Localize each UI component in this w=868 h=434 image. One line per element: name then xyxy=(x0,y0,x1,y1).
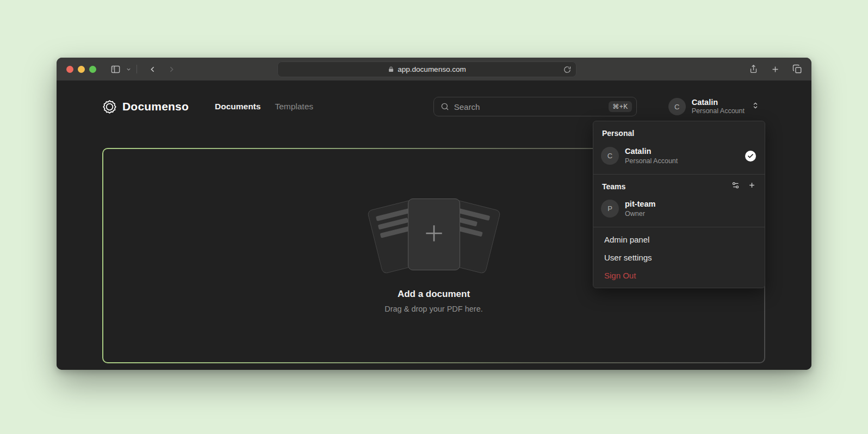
toolbar-divider xyxy=(137,65,137,73)
browser-toolbar: app.documenso.com xyxy=(57,58,811,80)
search-icon xyxy=(441,102,449,111)
close-window-button[interactable] xyxy=(66,66,73,73)
reload-icon xyxy=(563,66,571,73)
address-bar[interactable]: app.documenso.com xyxy=(277,61,576,77)
dropzone-title: Add a document xyxy=(398,289,470,300)
zoom-window-button[interactable] xyxy=(89,66,96,73)
chevrons-up-down-icon xyxy=(752,102,759,111)
personal-account-type: Personal Account xyxy=(625,157,678,165)
team-text: pit-team Owner xyxy=(625,199,655,218)
brand[interactable]: Documenso xyxy=(102,100,189,114)
address-url: app.documenso.com xyxy=(398,65,466,73)
menu-item-team[interactable]: P pit-team Owner xyxy=(593,195,765,224)
search-shortcut-badge: ⌘+K xyxy=(609,101,632,112)
back-button[interactable] xyxy=(148,65,157,74)
account-avatar: C xyxy=(668,98,686,115)
brand-name: Documenso xyxy=(122,100,189,113)
document-stack-illustration xyxy=(369,199,499,271)
menu-section-personal: Personal xyxy=(593,127,765,142)
sidebar-icon xyxy=(110,64,121,75)
chevron-left-icon xyxy=(148,65,157,74)
minimize-window-button[interactable] xyxy=(78,66,85,73)
personal-avatar: C xyxy=(601,147,619,165)
account-text: Catalin Personal Account xyxy=(692,97,745,116)
forward-button[interactable] xyxy=(167,65,176,74)
toolbar-right-actions xyxy=(749,64,802,74)
chevron-right-icon xyxy=(167,65,176,74)
account-name: Catalin xyxy=(692,97,745,107)
teams-label: Teams xyxy=(602,182,625,191)
menu-item-admin-panel[interactable]: Admin panel xyxy=(593,231,765,249)
add-document-card xyxy=(408,199,460,270)
manage-teams-button[interactable] xyxy=(731,181,740,191)
documenso-logo-icon xyxy=(102,100,117,114)
team-name: pit-team xyxy=(625,199,655,209)
dropzone-subtitle: Drag & drop your PDF here. xyxy=(385,305,483,313)
chevron-down-icon xyxy=(126,66,132,72)
nav-templates[interactable]: Templates xyxy=(275,102,313,111)
plus-icon xyxy=(771,65,780,74)
lock-icon xyxy=(388,66,394,73)
menu-item-personal-account[interactable]: C Catalin Personal Account xyxy=(593,142,765,171)
tab-overview-button[interactable] xyxy=(792,64,802,74)
menu-item-sign-out[interactable]: Sign Out xyxy=(593,266,765,284)
team-avatar: P xyxy=(601,200,619,218)
search-placeholder: Search xyxy=(454,102,480,111)
browser-window: app.documenso.com xyxy=(57,58,811,370)
menu-divider xyxy=(593,174,765,175)
team-role: Owner xyxy=(625,209,655,218)
personal-account-text: Catalin Personal Account xyxy=(625,146,678,165)
settings-sliders-icon xyxy=(731,181,740,189)
create-team-button[interactable] xyxy=(748,181,756,191)
personal-account-name: Catalin xyxy=(625,146,678,157)
sidebar-menu-chevron[interactable] xyxy=(126,66,132,72)
reload-button[interactable] xyxy=(563,66,571,73)
documenso-app: Documenso Documents Templates Search ⌘+K… xyxy=(57,80,811,370)
sidebar-toggle-button[interactable] xyxy=(110,64,121,75)
plus-icon xyxy=(422,221,446,247)
account-menu-button[interactable]: C Catalin Personal Account xyxy=(668,97,759,116)
teams-actions xyxy=(731,181,756,191)
plus-icon xyxy=(748,181,756,189)
tabs-icon xyxy=(792,64,802,74)
menu-divider xyxy=(593,227,765,227)
account-dropdown-menu: Personal C Catalin Personal Account Team… xyxy=(593,121,765,288)
traffic-lights xyxy=(66,66,96,73)
nav-documents[interactable]: Documents xyxy=(215,102,261,111)
new-tab-button[interactable] xyxy=(771,65,780,74)
account-type: Personal Account xyxy=(692,107,745,116)
share-icon xyxy=(749,64,758,74)
selected-check-icon xyxy=(745,151,756,162)
menu-section-teams: Teams xyxy=(593,178,765,195)
menu-item-user-settings[interactable]: User settings xyxy=(593,249,765,266)
main-nav: Documents Templates xyxy=(215,102,313,111)
share-button[interactable] xyxy=(749,64,758,74)
search-input[interactable]: Search ⌘+K xyxy=(433,97,637,116)
